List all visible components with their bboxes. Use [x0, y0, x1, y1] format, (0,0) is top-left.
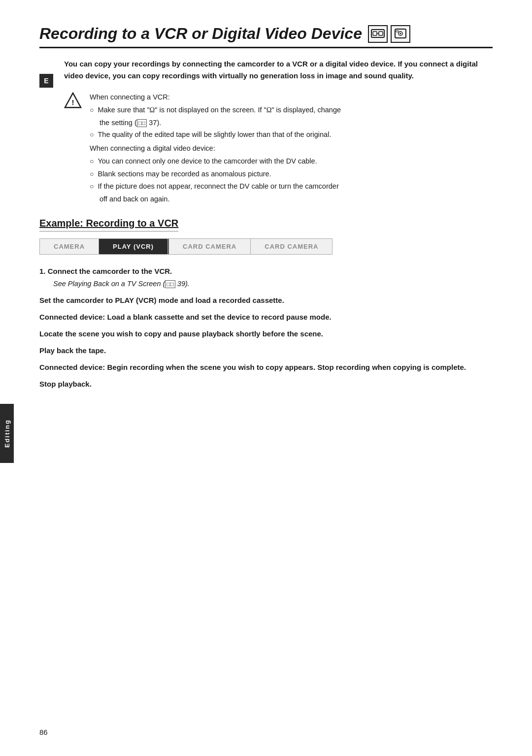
title-icons: [368, 25, 410, 43]
vcr-bullet-2: ○ The quality of the edited tape will be…: [90, 129, 493, 141]
example-title: Example: Recording to a VCR: [39, 218, 178, 231]
dv-bullet-3-cont: off and back on again.: [90, 194, 493, 205]
vcr-header: When connecting a VCR:: [90, 92, 493, 103]
intro-section: You can copy your recordings by connecti…: [64, 58, 493, 82]
page-title: Recording to a VCR or Digital Video Devi…: [39, 25, 493, 48]
svg-text:!: !: [71, 98, 74, 106]
page-number: 86: [39, 728, 48, 736]
warning-content: When connecting a VCR: ○ Make sure that …: [90, 92, 493, 205]
step-4: Locate the scene you wish to copy and pa…: [39, 328, 493, 340]
editing-label: Editing: [3, 419, 11, 448]
dv-bullet-1: ○ You can connect only one device to the…: [90, 156, 493, 167]
tab-card-camera-1[interactable]: CARD CAMERA: [169, 239, 251, 254]
vcr-bullet-1-cont: the setting (□□ 37).: [90, 117, 493, 129]
example-section: Example: Recording to a VCR CAMERA PLAY …: [39, 218, 493, 390]
dv-bullet-2: ○ Blank sections may be recorded as anom…: [90, 168, 493, 180]
tab-card-camera-2[interactable]: CARD CAMERA: [251, 239, 332, 254]
step-1: 1. Connect the camcorder to the VCR. See…: [39, 265, 493, 290]
svg-rect-1: [373, 32, 377, 35]
vcr-icon: [368, 25, 388, 43]
svg-rect-2: [379, 32, 383, 35]
steps-section: 1. Connect the camcorder to the VCR. See…: [39, 265, 493, 390]
step-2: Set the camcorder to PLAY (VCR) mode and…: [39, 295, 493, 306]
warning-icon: !: [64, 92, 82, 109]
tab-camera[interactable]: CAMERA: [40, 239, 99, 254]
vcr-bullet-1: ○ Make sure that "Ω" is not displayed on…: [90, 104, 493, 116]
step-1-sub: See Playing Back on a TV Screen (□□ 39).: [53, 278, 493, 290]
mode-tabs: CAMERA PLAY (VCR) CARD CAMERA CARD CAMER…: [39, 238, 332, 255]
dv-bullet-3: ○ If the picture does not appear, reconn…: [90, 181, 493, 193]
page-container: Editing E Recording to a VCR or Digital …: [0, 0, 532, 756]
step-7: Stop playback.: [39, 378, 493, 390]
step-5: Play back the tape.: [39, 345, 493, 357]
step-6: Connected device: Begin recording when t…: [39, 362, 493, 373]
tab-play-vcr[interactable]: PLAY (VCR): [99, 239, 168, 254]
e-badge: E: [39, 74, 53, 88]
editing-side-tab: Editing: [0, 404, 14, 463]
warning-section: ! When connecting a VCR: ○ Make sure tha…: [64, 92, 493, 205]
intro-text: You can copy your recordings by connecti…: [64, 58, 493, 82]
step-3: Connected device: Load a blank cassette …: [39, 311, 493, 323]
dv-icon: [391, 25, 410, 43]
dv-header: When connecting a digital video device:: [90, 143, 493, 155]
svg-rect-7: [396, 31, 399, 32]
svg-point-6: [399, 33, 401, 34]
